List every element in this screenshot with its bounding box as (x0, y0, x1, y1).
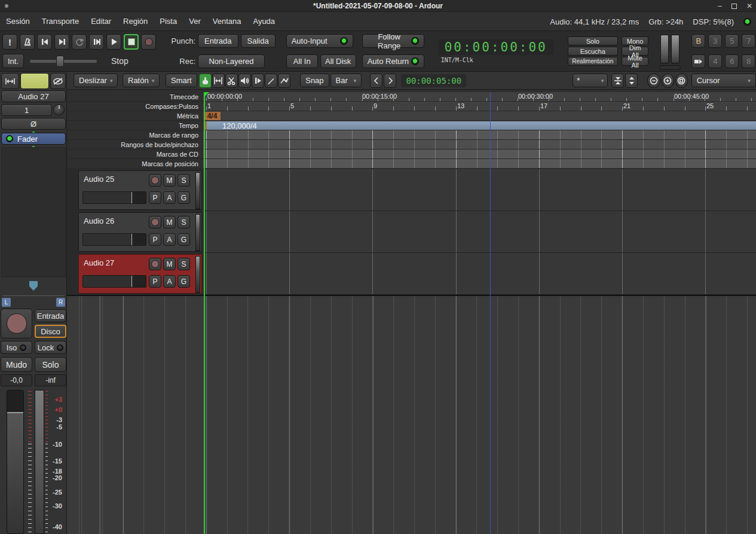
pan-handle[interactable] (29, 281, 38, 291)
hide-strip-button[interactable] (50, 73, 66, 89)
shuttle-handle[interactable] (56, 56, 64, 67)
trim-knob[interactable] (53, 104, 65, 115)
edit-mode-dropdown[interactable]: Deslizar▾ (74, 74, 118, 87)
automation-tool-button[interactable] (278, 74, 290, 88)
monitor-gain-pill[interactable] (659, 65, 681, 70)
draw-tool-button[interactable] (265, 74, 277, 88)
track-gain-handle[interactable] (131, 192, 146, 203)
all-disk-button[interactable]: All Disk (320, 54, 356, 68)
track-height-scrollbar[interactable] (195, 214, 200, 251)
auto-input-button[interactable]: Auto-Input (286, 34, 353, 48)
menu-region[interactable]: Región (123, 17, 148, 26)
play-button[interactable] (106, 34, 121, 50)
nudge-back-button[interactable] (370, 74, 382, 88)
layout-4-button[interactable]: 4 (708, 54, 722, 68)
track-gain-slider[interactable] (82, 191, 146, 204)
pan-widget[interactable]: L R (0, 280, 67, 307)
track-lane[interactable] (203, 169, 756, 211)
track-header[interactable]: Audio 26 M S P A G (78, 212, 202, 252)
primary-clock[interactable]: 00:00:00:00 (439, 39, 553, 55)
menu-session[interactable]: Sesión (6, 17, 30, 26)
shuttle-speed-slider[interactable] (30, 60, 97, 63)
solo-lock-button[interactable]: Lock (35, 341, 66, 354)
bars-ruler[interactable]: 1 5 9 13 17 21 25 (203, 102, 756, 111)
solo-global-button[interactable]: Solo (568, 36, 618, 45)
tempo-band[interactable]: 120,000/4 (207, 121, 756, 130)
status-led[interactable] (743, 18, 751, 26)
track-name[interactable]: Audio 27 (84, 258, 114, 267)
track-solo-button[interactable]: S (177, 258, 190, 270)
strip-input-count-button[interactable]: 1 (1, 104, 52, 116)
track-mute-button[interactable]: M (163, 258, 176, 270)
error-log-button[interactable]: ! (2, 34, 17, 50)
loop-button[interactable] (72, 34, 87, 50)
mouse-mode-dropdown[interactable]: Ratón▾ (123, 74, 160, 87)
layout-3-button[interactable]: 3 (708, 34, 722, 48)
menu-window[interactable]: Ventana (213, 17, 241, 26)
snap-button[interactable]: Snap (300, 74, 329, 87)
strip-record-arm-button[interactable] (1, 309, 32, 338)
punch-out-button[interactable]: Salida (241, 34, 276, 48)
stop-button[interactable] (124, 34, 139, 50)
audition-tool-button[interactable] (238, 74, 251, 88)
record-button[interactable] (141, 34, 156, 50)
monitor-input-button[interactable]: Entrada (35, 309, 66, 322)
track-group-button[interactable]: G (177, 233, 190, 246)
track-height-scrollbar[interactable] (195, 172, 200, 209)
track-gain-slider[interactable] (82, 275, 146, 288)
gain-fader-handle[interactable] (7, 390, 23, 413)
loop-punch-ruler[interactable] (203, 140, 756, 149)
track-solo-button[interactable]: S (177, 174, 190, 187)
feedback-button[interactable]: Realimentación (568, 57, 618, 66)
layout-8-button[interactable]: 8 (742, 54, 755, 68)
nudge-forward-button[interactable] (384, 74, 396, 88)
layout-7-button[interactable]: 7 (742, 34, 755, 48)
track-mute-button[interactable]: M (163, 216, 176, 228)
track-gain-handle[interactable] (131, 234, 146, 245)
goto-start-button[interactable] (37, 34, 52, 50)
strip-solo-button[interactable]: Solo (35, 357, 66, 372)
layout-5-button[interactable]: 5 (725, 34, 739, 48)
track-lane[interactable] (203, 253, 756, 295)
sync-source-button[interactable]: Int. (2, 54, 24, 68)
canvas-empty-area[interactable] (67, 295, 756, 534)
track-record-arm-button[interactable] (149, 174, 161, 187)
smart-mode-button[interactable]: Smart (166, 74, 197, 87)
strip-name-button[interactable]: Audio 27 (1, 90, 66, 102)
solo-iso-button[interactable]: Iso (1, 341, 32, 354)
menu-edit[interactable]: Editar (91, 17, 111, 26)
nudge-clock[interactable]: 00:00:05:00 (401, 74, 466, 87)
track-gain-handle[interactable] (131, 276, 146, 287)
mute-all-button[interactable]: Mute All (622, 57, 649, 66)
menu-transport[interactable]: Transporte (42, 17, 79, 26)
track-header[interactable]: Audio 25 M S P A G (78, 170, 202, 210)
range-tool-button[interactable] (212, 74, 225, 88)
minimize-icon[interactable]: – (718, 2, 722, 10)
track-name[interactable]: Audio 26 (84, 216, 114, 225)
titlebar[interactable]: *Untitled-2021-05-07-09-08-00 - Ardour –… (0, 0, 756, 12)
stretch-tool-button[interactable] (252, 74, 264, 88)
menu-help[interactable]: Ayuda (253, 17, 275, 26)
phase-invert-button[interactable]: Ø (1, 118, 66, 130)
track-automation-button[interactable]: A (163, 191, 176, 204)
menu-track[interactable]: Pista (160, 17, 177, 26)
track-group-button[interactable]: G (177, 275, 190, 288)
location-markers-ruler[interactable] (203, 159, 756, 169)
cd-markers-ruler[interactable] (203, 149, 756, 159)
auto-return-button[interactable]: Auto Return (362, 54, 424, 68)
menu-view[interactable]: Ver (189, 17, 201, 26)
track-mute-button[interactable]: M (163, 174, 176, 187)
monitor-disk-button[interactable]: Disco (35, 325, 66, 338)
zoom-focus-dropdown[interactable]: Cursor▾ (691, 74, 756, 87)
peak-display[interactable]: -inf (35, 374, 66, 386)
track-playlist-button[interactable]: P (149, 233, 161, 246)
clock-source[interactable]: INT/M-Clk (439, 57, 553, 63)
record-enable-button[interactable] (20, 73, 49, 89)
monitor-section-button[interactable] (691, 54, 705, 68)
track-group-button[interactable]: G (177, 191, 190, 204)
zoom-fit-button[interactable] (675, 74, 688, 88)
meter-signature-marker[interactable]: 4/4 (204, 112, 221, 120)
rec-mode-button[interactable]: Non-Layered (198, 54, 265, 68)
track-record-arm-button[interactable] (149, 258, 161, 270)
strip-width-button[interactable] (1, 73, 19, 89)
